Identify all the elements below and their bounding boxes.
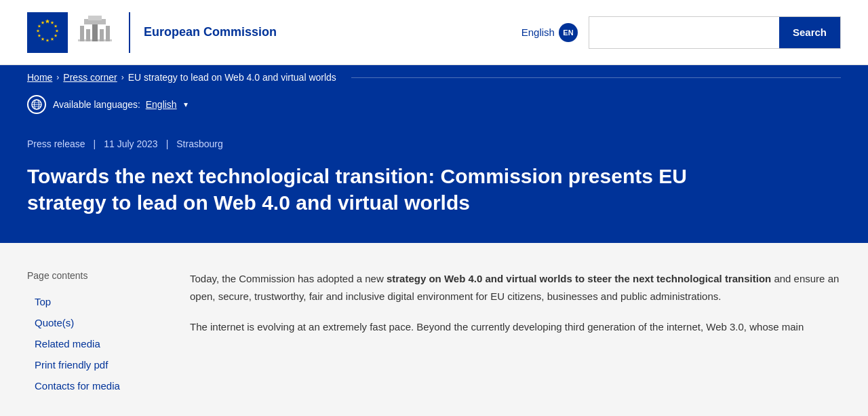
sidebar: Page contents Top Quote(s) Related media… [27,270,163,396]
breadcrumb-current-page: EU strategy to lead on Web 4.0 and virtu… [128,72,336,83]
header-controls: English EN Search [521,16,841,49]
svg-rect-0 [27,12,68,53]
press-sep-1: | [94,138,96,149]
breadcrumb-home[interactable]: Home [27,72,52,83]
language-badge: EN [559,23,578,42]
paragraph1-start: Today, the Commission has adopted a new [190,273,387,284]
language-selector[interactable]: English EN [521,23,578,42]
press-location: Strasbourg [176,138,222,149]
language-bar: Available languages: English ▾ [0,90,868,125]
main-paragraph-2: The internet is evolving at an extremely… [190,318,841,336]
hero-section: Press release | 11 July 2023 | Strasbour… [0,125,868,243]
press-sep-2: | [166,138,169,149]
language-globe-icon [27,95,46,114]
svg-rect-19 [100,29,104,41]
sidebar-item-related-media[interactable]: Related media [27,334,163,354]
sidebar-title: Page contents [27,270,163,281]
press-type: Press release [27,138,85,149]
hero-title: Towards the next technological transitio… [27,163,692,216]
available-languages-label: Available languages: English [53,99,177,110]
breadcrumb-sep-1: › [56,73,59,82]
header-divider [129,12,130,53]
paragraph1-bold: strategy on Web 4.0 and virtual worlds t… [387,273,771,284]
logo-area: European Commission [27,12,277,53]
press-date: 11 July 2023 [104,138,157,149]
sidebar-item-contacts[interactable]: Contacts for media [27,376,163,396]
svg-rect-17 [86,29,90,41]
breadcrumb: Home › Press corner › EU strategy to lea… [0,65,868,90]
commission-name: European Commission [144,24,277,40]
main-content: Today, the Commission has adopted a new … [190,270,841,396]
breadcrumb-press-corner[interactable]: Press corner [63,72,117,83]
sidebar-item-top[interactable]: Top [27,292,163,311]
svg-rect-20 [106,26,110,41]
main-paragraph-1: Today, the Commission has adopted a new … [190,270,841,305]
sidebar-item-print[interactable]: Print friendly pdf [27,355,163,375]
eu-logo [27,12,115,53]
building-icon [75,12,115,53]
svg-rect-22 [88,16,102,20]
content-area: Page contents Top Quote(s) Related media… [0,243,868,416]
breadcrumb-sep-2: › [121,73,124,82]
search-button[interactable]: Search [779,17,840,48]
press-meta: Press release | 11 July 2023 | Strasbour… [27,138,841,149]
breadcrumb-divider [351,77,841,78]
language-label: English [521,26,555,38]
svg-rect-16 [80,26,84,41]
site-header: European Commission English EN Search [0,0,868,65]
language-dropdown-arrow[interactable]: ▾ [184,100,188,109]
svg-rect-18 [92,22,98,41]
search-input[interactable] [589,17,779,48]
sidebar-nav: Top Quote(s) Related media Print friendl… [27,292,163,396]
search-container: Search [589,16,841,49]
sidebar-item-quotes[interactable]: Quote(s) [27,313,163,333]
eu-flag-icon [27,12,68,53]
